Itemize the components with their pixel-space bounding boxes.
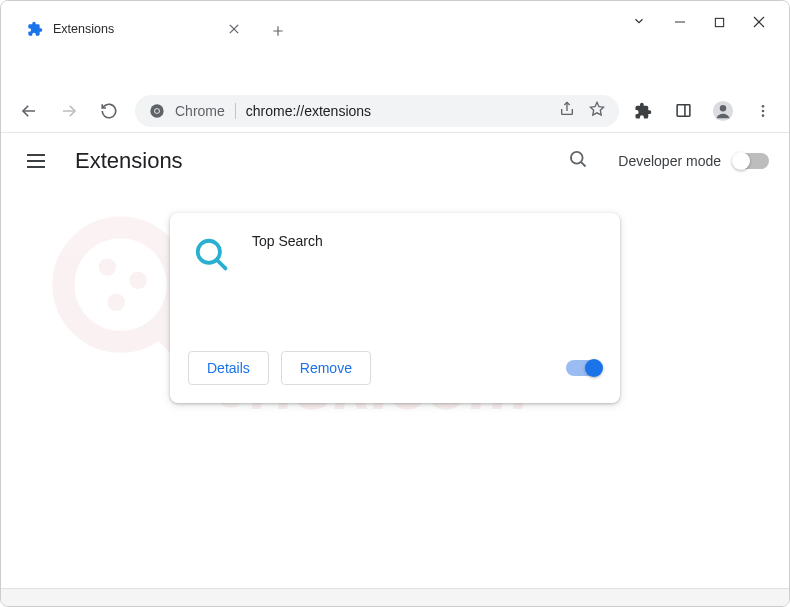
kebab-menu-icon[interactable] — [751, 99, 775, 123]
side-panel-icon[interactable] — [671, 99, 695, 123]
tab-title: Extensions — [53, 22, 219, 36]
page-title: Extensions — [75, 148, 183, 174]
developer-mode-toggle[interactable] — [733, 153, 769, 169]
window-bottom-bar — [1, 588, 789, 606]
omnibox-url: chrome://extensions — [246, 103, 549, 119]
bookmark-star-icon[interactable] — [589, 101, 605, 121]
svg-line-30 — [217, 260, 226, 269]
svg-line-28 — [581, 162, 586, 167]
svg-point-17 — [155, 109, 159, 113]
svg-point-26 — [762, 114, 765, 117]
extensions-page-header: Extensions Developer mode — [1, 133, 789, 189]
svg-point-27 — [571, 152, 583, 164]
browser-tab[interactable]: Extensions — [13, 11, 253, 47]
share-icon[interactable] — [559, 101, 575, 121]
extensions-list: Top Search Details Remove — [1, 189, 789, 419]
puzzle-icon — [27, 21, 43, 37]
extension-card: Top Search Details Remove — [170, 213, 620, 403]
extensions-puzzle-icon[interactable] — [631, 99, 655, 123]
tab-close-button[interactable] — [229, 21, 239, 37]
window-minimize-button[interactable] — [674, 15, 686, 31]
chrome-logo-icon — [149, 103, 165, 119]
browser-toolbar: Chrome chrome://extensions — [1, 89, 789, 133]
window-maximize-button[interactable] — [714, 15, 725, 31]
remove-button[interactable]: Remove — [281, 351, 371, 385]
developer-mode-control: Developer mode — [618, 153, 769, 169]
extension-enable-toggle[interactable] — [566, 360, 602, 376]
reload-button[interactable] — [95, 97, 123, 125]
new-tab-button[interactable] — [263, 16, 293, 47]
window-dropdown-icon[interactable] — [632, 14, 646, 32]
back-button[interactable] — [15, 97, 43, 125]
svg-point-25 — [762, 109, 765, 112]
profile-avatar-icon[interactable] — [711, 99, 735, 123]
omnibox-chip: Chrome — [175, 103, 225, 119]
extension-name: Top Search — [252, 231, 323, 331]
menu-button[interactable] — [21, 148, 51, 174]
svg-rect-6 — [715, 18, 723, 26]
magnifier-icon — [192, 235, 232, 275]
address-bar[interactable]: Chrome chrome://extensions — [135, 95, 619, 127]
svg-rect-20 — [677, 105, 690, 116]
details-button[interactable]: Details — [188, 351, 269, 385]
window-close-button[interactable] — [753, 15, 765, 31]
omnibox-divider — [235, 103, 236, 119]
svg-marker-19 — [590, 102, 603, 115]
svg-point-24 — [762, 105, 765, 108]
search-icon[interactable] — [562, 143, 594, 179]
svg-point-23 — [720, 105, 726, 111]
tab-strip: Extensions — [1, 7, 589, 47]
developer-mode-label: Developer mode — [618, 153, 721, 169]
forward-button[interactable] — [55, 97, 83, 125]
